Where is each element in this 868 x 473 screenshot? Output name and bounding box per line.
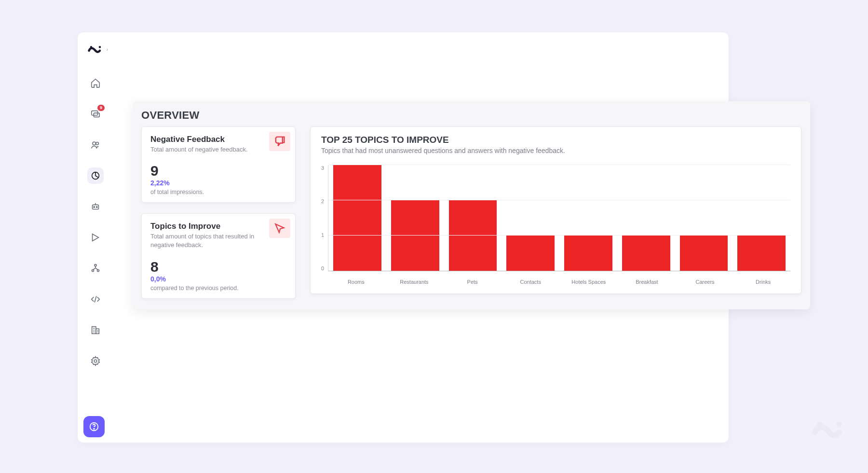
chart-x-label: Restaurants [390, 279, 439, 285]
topics-improve-value: 8 [150, 260, 286, 274]
chart-bar-column [391, 165, 439, 271]
flow-icon [90, 263, 101, 274]
nav-bot[interactable] [87, 198, 104, 215]
topics-improve-note: compared to the previous period. [150, 285, 286, 292]
chart-bar-column [680, 165, 728, 271]
chart-bar-column [333, 165, 381, 271]
cursor-arrow-icon [273, 222, 286, 235]
chart-x-label: Rooms [332, 279, 380, 285]
svg-point-9 [96, 207, 97, 208]
nav-chat[interactable]: 9 [87, 106, 104, 122]
chart-bar-column [622, 165, 670, 271]
chart-title: TOP 25 TOPICS TO IMPROVE [321, 135, 790, 145]
chart-gridline [328, 200, 790, 200]
y-tick: 3 [321, 165, 324, 171]
chart-bar[interactable] [680, 236, 728, 271]
chart-x-labels: RoomsRestaurantsPetsContactsHotels Space… [321, 279, 790, 285]
nav-users[interactable] [87, 137, 104, 153]
chart-bar-column [564, 165, 612, 271]
brand-logo[interactable]: › [86, 41, 105, 60]
overview-panel: OVERVIEW Negative Feedback Total amount … [133, 101, 810, 309]
cursor-play-icon [90, 232, 101, 243]
sidebar: › 9 [83, 41, 108, 369]
svg-point-0 [90, 46, 93, 48]
svg-point-5 [96, 142, 99, 145]
nav-home[interactable] [87, 75, 104, 91]
chart-gridline [328, 235, 790, 236]
topics-chart-card: TOP 25 TOPICS TO IMPROVE Topics that had… [310, 126, 801, 294]
chart-bar[interactable] [506, 236, 555, 271]
chart-bar[interactable] [737, 236, 786, 271]
help-icon [89, 421, 99, 432]
chart-plot [328, 165, 790, 271]
thumbs-down-badge [269, 132, 290, 151]
robot-icon [90, 201, 101, 212]
negative-feedback-title: Negative Feedback [150, 135, 286, 144]
pie-chart-icon [90, 170, 101, 181]
chart-area: 3 2 1 0 [321, 165, 790, 276]
svg-rect-14 [96, 329, 99, 334]
negative-feedback-value: 9 [150, 164, 286, 178]
nav-code[interactable] [87, 291, 104, 307]
overview-title: OVERVIEW [141, 109, 801, 122]
svg-point-15 [94, 360, 97, 362]
chart-bar-column [737, 165, 786, 271]
negative-feedback-pct: 2,22% [150, 179, 286, 187]
svg-point-10 [95, 264, 96, 266]
topics-improve-pct: 0,0% [150, 275, 286, 283]
chart-bars [328, 165, 790, 271]
chart-x-label: Pets [448, 279, 497, 285]
brand-logo-icon [87, 42, 104, 59]
code-icon [90, 294, 101, 305]
svg-point-18 [817, 422, 823, 428]
nav-settings[interactable] [87, 353, 104, 369]
topics-improve-title: Topics to Improve [150, 222, 286, 231]
svg-point-19 [836, 422, 842, 428]
gear-icon [90, 356, 101, 366]
stat-cards-column: Negative Feedback Total amount of negati… [141, 126, 296, 299]
building-icon [90, 325, 101, 335]
sidebar-expand-chevron-icon[interactable]: › [107, 47, 108, 52]
chart-subtitle: Topics that had most unanswered question… [321, 147, 790, 154]
negative-feedback-note: of total impressions. [150, 189, 286, 195]
svg-point-8 [94, 207, 95, 208]
chart-y-axis: 3 2 1 0 [321, 165, 328, 271]
home-icon [90, 78, 101, 88]
chart-x-label: Contacts [506, 279, 555, 285]
chart-bar[interactable] [564, 236, 612, 271]
chart-bar[interactable] [622, 236, 670, 271]
chat-badge: 9 [97, 105, 105, 111]
svg-point-17 [94, 429, 95, 430]
nav-flows[interactable] [87, 260, 104, 277]
chart-bar[interactable] [333, 165, 381, 271]
topics-improve-subtitle: Total amount of topics that resulted in … [150, 232, 261, 250]
negative-feedback-card[interactable]: Negative Feedback Total amount of negati… [141, 126, 296, 203]
y-tick: 1 [321, 232, 324, 238]
chart-bar-column [506, 165, 555, 271]
y-tick: 0 [321, 265, 324, 271]
chart-x-label: Breakfast [623, 279, 671, 285]
chart-x-label: Hotels Spaces [565, 279, 613, 285]
brand-logo-icon [810, 413, 849, 452]
nav-campaigns[interactable] [87, 229, 104, 246]
topics-improve-card[interactable]: Topics to Improve Total amount of topics… [141, 213, 296, 298]
nav-org[interactable] [87, 322, 104, 338]
cursor-badge [269, 219, 290, 238]
chart-bar-column [449, 165, 497, 271]
svg-point-1 [99, 46, 101, 48]
chart-x-label: Drinks [739, 279, 787, 285]
chart-gridline [328, 165, 790, 165]
thumbs-down-icon [273, 135, 286, 148]
negative-feedback-subtitle: Total amount of negative feedback. [150, 145, 261, 154]
y-tick: 2 [321, 198, 324, 204]
users-icon [90, 139, 101, 150]
svg-point-4 [93, 142, 95, 145]
background-watermark-logo [810, 413, 849, 454]
chart-x-label: Careers [681, 279, 730, 285]
help-button[interactable] [83, 416, 105, 437]
nav-analytics[interactable] [87, 167, 104, 184]
